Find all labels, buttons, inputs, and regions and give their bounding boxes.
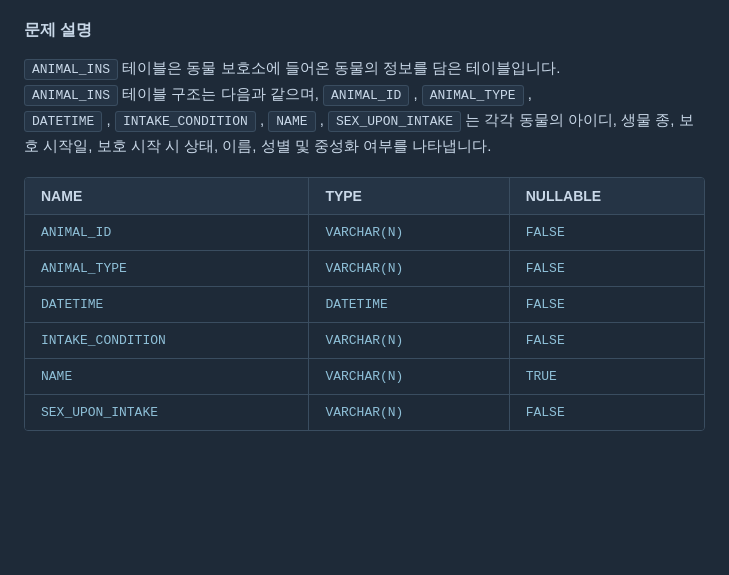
cell-nullable: FALSE — [509, 394, 704, 430]
col-header-type: TYPE — [309, 178, 509, 215]
desc-comma-2: , — [528, 85, 532, 102]
desc-comma-3: , — [107, 111, 115, 128]
table-row: ANIMAL_TYPEVARCHAR(N)FALSE — [25, 250, 704, 286]
table-row: NAMEVARCHAR(N)TRUE — [25, 358, 704, 394]
desc-text-2: 테이블 구조는 다음과 같으며, — [122, 85, 323, 102]
cell-nullable: FALSE — [509, 286, 704, 322]
col-header-nullable: NULLABLE — [509, 178, 704, 215]
table-row: ANIMAL_IDVARCHAR(N)FALSE — [25, 214, 704, 250]
cell-name: DATETIME — [25, 286, 309, 322]
description: ANIMAL_INS 테이블은 동물 보호소에 들어온 동물의 정보를 담은 테… — [24, 55, 705, 159]
cell-type: VARCHAR(N) — [309, 214, 509, 250]
cell-name: SEX_UPON_INTAKE — [25, 394, 309, 430]
code-intake-condition: INTAKE_CONDITION — [115, 111, 256, 132]
cell-type: VARCHAR(N) — [309, 322, 509, 358]
code-name: NAME — [268, 111, 315, 132]
code-animal-ins-2: ANIMAL_INS — [24, 85, 118, 106]
code-animal-ins-1: ANIMAL_INS — [24, 59, 118, 80]
code-sex-upon-intake: SEX_UPON_INTAKE — [328, 111, 461, 132]
schema-table: NAME TYPE NULLABLE ANIMAL_IDVARCHAR(N)FA… — [25, 178, 704, 430]
cell-type: VARCHAR(N) — [309, 358, 509, 394]
table-row: DATETIMEDATETIMEFALSE — [25, 286, 704, 322]
table-row: INTAKE_CONDITIONVARCHAR(N)FALSE — [25, 322, 704, 358]
code-datetime: DATETIME — [24, 111, 102, 132]
table-header-row: NAME TYPE NULLABLE — [25, 178, 704, 215]
cell-type: VARCHAR(N) — [309, 250, 509, 286]
cell-type: VARCHAR(N) — [309, 394, 509, 430]
table-row: SEX_UPON_INTAKEVARCHAR(N)FALSE — [25, 394, 704, 430]
cell-type: DATETIME — [309, 286, 509, 322]
code-animal-id: ANIMAL_ID — [323, 85, 409, 106]
cell-name: NAME — [25, 358, 309, 394]
table-container: NAME TYPE NULLABLE ANIMAL_IDVARCHAR(N)FA… — [24, 177, 705, 431]
code-animal-type: ANIMAL_TYPE — [422, 85, 524, 106]
col-header-name: NAME — [25, 178, 309, 215]
cell-nullable: FALSE — [509, 250, 704, 286]
desc-text-1: 테이블은 동물 보호소에 들어온 동물의 정보를 담은 테이블입니다. — [122, 59, 560, 76]
cell-nullable: FALSE — [509, 322, 704, 358]
desc-comma-5: , — [320, 111, 328, 128]
cell-nullable: TRUE — [509, 358, 704, 394]
cell-name: INTAKE_CONDITION — [25, 322, 309, 358]
cell-name: ANIMAL_TYPE — [25, 250, 309, 286]
cell-name: ANIMAL_ID — [25, 214, 309, 250]
section-title: 문제 설명 — [24, 20, 705, 41]
cell-nullable: FALSE — [509, 214, 704, 250]
desc-comma-1: , — [413, 85, 421, 102]
